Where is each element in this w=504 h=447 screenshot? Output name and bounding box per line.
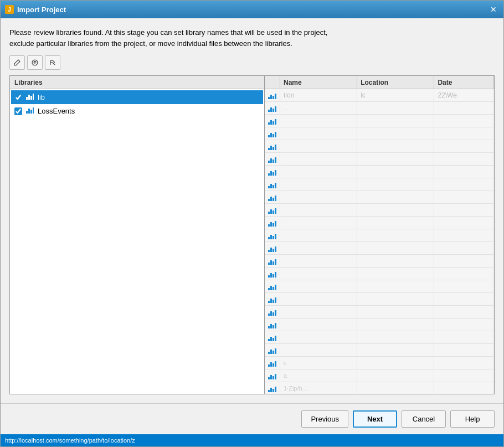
col-header-name: Name [280, 76, 357, 89]
move-up-button[interactable] [27, 55, 43, 70]
description-line2: exclude particular libraries from the pr… [9, 39, 292, 48]
contents-panel: Name Location Date [265, 76, 494, 394]
table-row: c [265, 357, 494, 369]
table-row: a [265, 369, 494, 382]
lib-bar-icon-lib [25, 93, 34, 102]
table-row [265, 280, 494, 293]
svg-rect-11 [30, 96, 32, 100]
content-row-header-row: tion lc 22\We [265, 89, 494, 102]
library-item-lossevents-label: LossEvents [38, 107, 75, 115]
edit-button[interactable] [9, 55, 25, 70]
libraries-panel: Libraries lib [10, 76, 265, 394]
content-cell-location: lc [357, 89, 434, 101]
col-header-date: Date [434, 76, 494, 89]
svg-line-6 [53, 60, 55, 63]
app-icon: J [5, 5, 14, 14]
help-button[interactable]: Help [450, 410, 495, 428]
table-row: ... [265, 102, 494, 115]
lib-checkbox-lossevents[interactable] [14, 107, 22, 115]
table-row: 1·Zip/h... [265, 382, 494, 394]
import-project-dialog: J Import Project ✕ Please review librari… [0, 0, 504, 447]
library-list[interactable]: lib LossEvents [10, 89, 264, 394]
library-item-lossevents[interactable]: LossEvents [11, 104, 263, 118]
table-row [265, 127, 494, 140]
description-text: Please review libraries found. At this s… [9, 27, 495, 49]
branch-button[interactable] [45, 55, 60, 70]
svg-rect-12 [33, 94, 34, 100]
svg-rect-10 [28, 95, 30, 100]
table-row [265, 331, 494, 344]
table-row [265, 140, 494, 153]
table-row [265, 166, 494, 178]
table-row [265, 204, 494, 217]
table-row [265, 255, 494, 268]
svg-rect-13 [26, 111, 28, 114]
col-header-icon [265, 76, 280, 89]
title-bar: J Import Project ✕ [1, 1, 503, 18]
cancel-button[interactable]: Cancel [402, 410, 446, 428]
svg-rect-16 [33, 107, 34, 114]
status-text: http://localhost.com/something/path/to/l… [5, 437, 135, 444]
table-row [265, 217, 494, 229]
status-bar: http://localhost.com/something/path/to/l… [1, 434, 503, 446]
table-row [265, 153, 494, 166]
contents-scroll[interactable]: tion lc 22\We ... [265, 89, 494, 394]
content-cell-date: 22\We [434, 89, 494, 101]
col-header-location: Location [357, 76, 434, 89]
table-row [265, 178, 494, 191]
table-row [265, 318, 494, 331]
svg-rect-15 [30, 110, 32, 114]
close-button[interactable]: ✕ [488, 4, 499, 15]
table-row [265, 242, 494, 255]
table-row [265, 268, 494, 280]
next-button[interactable]: Next [353, 410, 397, 428]
library-item-lib[interactable]: lib [11, 90, 263, 104]
table-row [265, 115, 494, 127]
toolbar [9, 55, 495, 70]
table-row [265, 191, 494, 204]
dialog-footer: Previous Next Cancel Help [1, 403, 503, 434]
lib-bar-icon-lossevents [25, 106, 34, 116]
dialog-body: Please review libraries found. At this s… [1, 18, 503, 403]
previous-button[interactable]: Previous [301, 410, 348, 428]
title-bar-text: Import Project [17, 6, 488, 14]
table-row [265, 306, 494, 318]
table-row [265, 344, 494, 357]
row-icon [265, 90, 280, 100]
svg-line-8 [53, 63, 55, 65]
lib-checkbox-lib[interactable] [14, 94, 22, 101]
svg-rect-14 [28, 109, 30, 114]
table-row [265, 229, 494, 242]
table-row [265, 293, 494, 306]
svg-rect-9 [26, 97, 28, 100]
library-item-lib-label: lib [38, 93, 45, 101]
contents-header: Name Location Date [265, 76, 494, 89]
panels-container: Libraries lib [9, 75, 495, 394]
content-cell-name: tion [280, 89, 357, 101]
libraries-header: Libraries [10, 76, 264, 89]
description-line1: Please review libraries found. At this s… [9, 28, 327, 37]
